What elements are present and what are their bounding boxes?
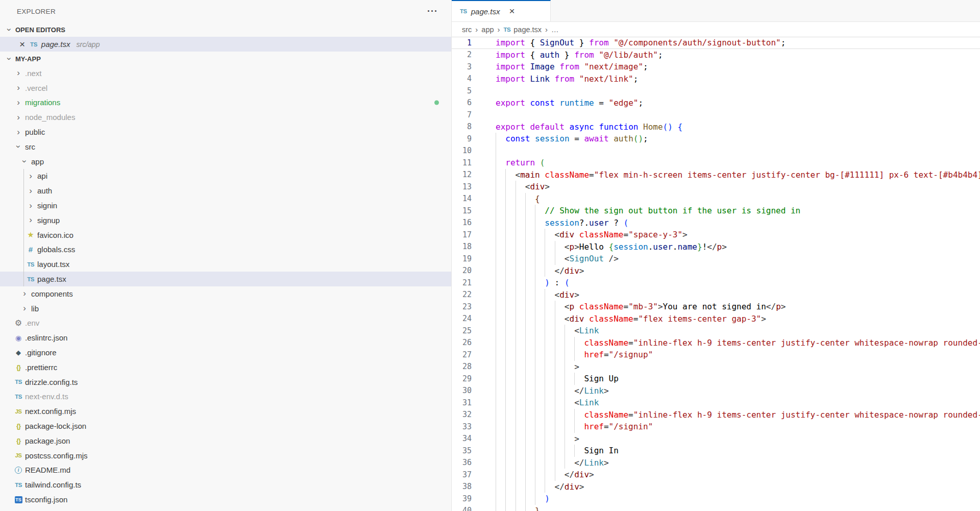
code-line-10[interactable]: 10 bbox=[452, 145, 980, 157]
indent-guide bbox=[565, 361, 565, 373]
indent-guide bbox=[516, 505, 516, 511]
line-number: 40 bbox=[452, 506, 496, 511]
line-number: 20 bbox=[452, 266, 496, 275]
tree-item-components[interactable]: ›components bbox=[0, 286, 451, 301]
tree-item-next-env-d-ts[interactable]: TSnext-env.d.ts bbox=[0, 390, 451, 404]
tree-item-signup[interactable]: ›signup bbox=[0, 213, 451, 228]
code-line-39[interactable]: 39 ) bbox=[452, 493, 980, 505]
code-line-17[interactable]: 17 <div className="space-y-3"> bbox=[452, 229, 980, 241]
code-line-37[interactable]: 37 </div> bbox=[452, 469, 980, 481]
tree-item-layout-tsx[interactable]: TSlayout.tsx bbox=[0, 257, 451, 272]
tree-item-auth[interactable]: ›auth bbox=[0, 183, 451, 198]
tree-item-migrations[interactable]: ›migrations bbox=[0, 95, 451, 110]
indent-guide bbox=[545, 265, 545, 277]
breadcrumb-page-tsx[interactable]: page.tsx bbox=[513, 26, 542, 34]
indent-guide bbox=[555, 313, 555, 325]
code-line-25[interactable]: 25 <Link bbox=[452, 325, 980, 337]
tree-item-node-modules[interactable]: ›node_modules bbox=[0, 110, 451, 125]
tree-item-api[interactable]: ›api bbox=[0, 169, 451, 184]
code-line-36[interactable]: 36 </Link> bbox=[452, 457, 980, 469]
code-line-5[interactable]: 5 bbox=[452, 85, 980, 97]
code-text: const session = await auth(); bbox=[496, 133, 648, 145]
close-icon[interactable]: × bbox=[509, 7, 514, 15]
tree-item--next[interactable]: ›.next bbox=[0, 66, 451, 81]
tree-item-lib[interactable]: ›lib bbox=[0, 301, 451, 316]
code-line-33[interactable]: 33 href="/signin" bbox=[452, 421, 980, 433]
code-line-8[interactable]: 8export default async function Home() { bbox=[452, 121, 980, 133]
more-actions-icon[interactable]: ··· bbox=[427, 9, 438, 14]
code-line-16[interactable]: 16 session?.user ? ( bbox=[452, 217, 980, 229]
code-line-4[interactable]: 4import Link from "next/link"; bbox=[452, 73, 980, 85]
tree-item-tsconfig-json[interactable]: TStsconfig.json bbox=[0, 492, 451, 507]
code-line-3[interactable]: 3import Image from "next/image"; bbox=[452, 61, 980, 73]
code-line-22[interactable]: 22 <div> bbox=[452, 289, 980, 301]
tree-item-postcss-config-mjs[interactable]: JSpostcss.config.mjs bbox=[0, 448, 451, 463]
project-section-header[interactable]: › MY-APP bbox=[0, 52, 451, 66]
tree-item--env[interactable]: ⚙.env bbox=[0, 316, 451, 331]
tree-item-globals-css[interactable]: #globals.css bbox=[0, 242, 451, 257]
tree-item--prettierrc[interactable]: {}.prettierrc bbox=[0, 360, 451, 375]
code-text: <Link bbox=[496, 397, 599, 409]
tree-item--eslintrc-json[interactable]: ◉.eslintrc.json bbox=[0, 330, 451, 345]
code-line-26[interactable]: 26 className="inline-flex h-9 items-cent… bbox=[452, 337, 980, 349]
breadcrumb-symbol-ellipsis[interactable]: … bbox=[551, 26, 559, 34]
code-line-30[interactable]: 30 </Link> bbox=[452, 385, 980, 397]
line-number: 37 bbox=[452, 470, 496, 479]
open-editor-item-page-tsx[interactable]: × TS page.tsx src/app bbox=[0, 37, 451, 52]
code-line-18[interactable]: 18 <p>Hello {session.user.name}!</p> bbox=[452, 241, 980, 253]
code-line-19[interactable]: 19 <SignOut /> bbox=[452, 253, 980, 265]
tree-item-app[interactable]: ›app bbox=[0, 154, 451, 169]
code-line-9[interactable]: 9 const session = await auth(); bbox=[452, 133, 980, 145]
line-number: 18 bbox=[452, 242, 496, 251]
code-text: { bbox=[496, 193, 540, 205]
tree-item-drizzle-config-ts[interactable]: TSdrizzle.config.ts bbox=[0, 375, 451, 390]
code-line-11[interactable]: 11 return ( bbox=[452, 157, 980, 169]
code-line-14[interactable]: 14 { bbox=[452, 193, 980, 205]
code-line-20[interactable]: 20 </div> bbox=[452, 265, 980, 277]
tab-page-tsx[interactable]: TS page.tsx × bbox=[452, 0, 551, 21]
tree-item-page-tsx[interactable]: TSpage.tsx bbox=[0, 272, 451, 286]
code-editor[interactable]: 1import { SignOut } from "@/components/a… bbox=[452, 37, 980, 511]
code-line-29[interactable]: 29 Sign Up bbox=[452, 373, 980, 385]
tree-item-src[interactable]: ›src bbox=[0, 139, 451, 154]
code-line-38[interactable]: 38 </div> bbox=[452, 481, 980, 493]
code-line-40[interactable]: 40 } bbox=[452, 505, 980, 511]
breadcrumb-src[interactable]: src bbox=[462, 26, 472, 34]
tree-item-signin[interactable]: ›signin bbox=[0, 198, 451, 213]
code-line-2[interactable]: 2import { auth } from "@/lib/auth"; bbox=[452, 49, 980, 61]
code-line-35[interactable]: 35 Sign In bbox=[452, 445, 980, 457]
chevron-right-icon: › bbox=[13, 99, 23, 107]
tree-item-package-lock-json[interactable]: {}package-lock.json bbox=[0, 419, 451, 433]
code-text: import { auth } from "@/lib/auth"; bbox=[496, 49, 663, 61]
tree-item--gitignore[interactable]: ◆.gitignore bbox=[0, 345, 451, 360]
close-icon[interactable]: × bbox=[19, 40, 25, 49]
open-editors-section-header[interactable]: › OPEN EDITORS bbox=[0, 22, 451, 37]
tree-item-package-json[interactable]: {}package.json bbox=[0, 433, 451, 448]
breadcrumb-app[interactable]: app bbox=[481, 26, 494, 34]
tree-item-readme-md[interactable]: iREADME.md bbox=[0, 463, 451, 478]
code-line-1[interactable]: 1import { SignOut } from "@/components/a… bbox=[452, 37, 980, 49]
code-line-23[interactable]: 23 <p className="mb-3">You are not signe… bbox=[452, 301, 980, 313]
indent-guide bbox=[505, 301, 506, 313]
tree-item-favicon-ico[interactable]: ★favicon.ico bbox=[0, 228, 451, 242]
tree-item-label: .eslintrc.json bbox=[25, 333, 67, 342]
code-line-34[interactable]: 34 > bbox=[452, 433, 980, 445]
code-line-7[interactable]: 7 bbox=[452, 109, 980, 121]
tree-item-next-config-mjs[interactable]: JSnext.config.mjs bbox=[0, 404, 451, 419]
code-line-31[interactable]: 31 <Link bbox=[452, 397, 980, 409]
indent-guide bbox=[505, 265, 506, 277]
code-line-27[interactable]: 27 href="/signup" bbox=[452, 349, 980, 361]
indent-guide bbox=[516, 181, 516, 193]
indent-guide bbox=[516, 361, 516, 373]
code-line-12[interactable]: 12 <main className="flex min-h-screen it… bbox=[452, 169, 980, 181]
code-line-15[interactable]: 15 // Show the sign out button if the us… bbox=[452, 205, 980, 217]
tree-item-public[interactable]: ›public bbox=[0, 125, 451, 139]
code-line-13[interactable]: 13 <div> bbox=[452, 181, 980, 193]
code-line-6[interactable]: 6export const runtime = "edge"; bbox=[452, 97, 980, 109]
tree-item--vercel[interactable]: ›.vercel bbox=[0, 81, 451, 95]
code-line-21[interactable]: 21 ) : ( bbox=[452, 277, 980, 289]
tree-item-tailwind-config-ts[interactable]: TStailwind.config.ts bbox=[0, 477, 451, 492]
code-line-28[interactable]: 28 > bbox=[452, 361, 980, 373]
code-line-32[interactable]: 32 className="inline-flex h-9 items-cent… bbox=[452, 409, 980, 421]
code-line-24[interactable]: 24 <div className="flex items-center gap… bbox=[452, 313, 980, 325]
